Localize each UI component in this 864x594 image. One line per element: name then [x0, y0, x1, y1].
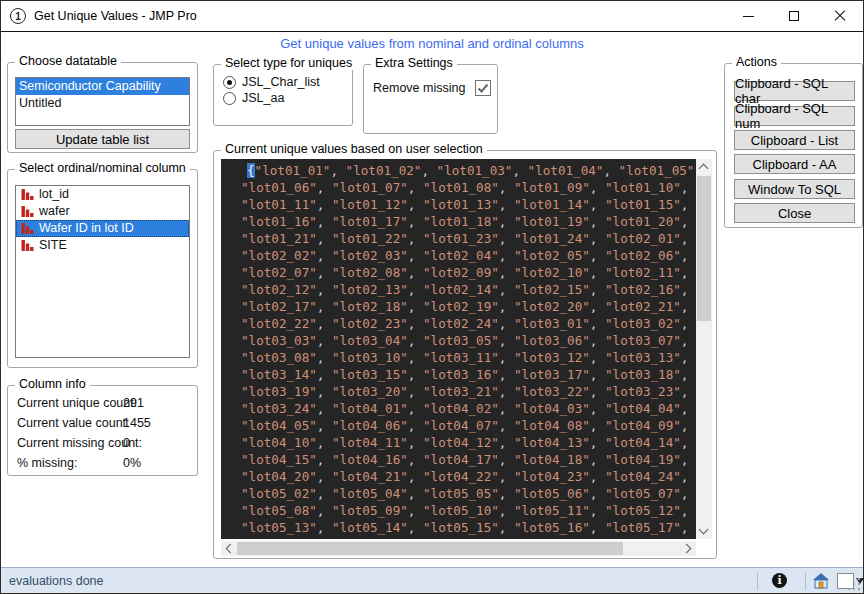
- update-table-list-button[interactable]: Update table list: [15, 129, 190, 149]
- vertical-scrollbar-thumb[interactable]: [697, 176, 711, 321]
- horizontal-scrollbar-thumb[interactable]: [237, 542, 623, 555]
- code-line: "lot01_21", "lot01_22", "lot01_23", "lot…: [241, 230, 696, 247]
- vertical-scrollbar[interactable]: [696, 159, 712, 539]
- close-icon: [834, 10, 846, 22]
- code-line: "lot01_11", "lot01_12", "lot01_13", "lot…: [241, 196, 696, 213]
- maximize-icon: [789, 11, 799, 21]
- resize-grip[interactable]: [847, 577, 861, 591]
- home-icon[interactable]: [812, 572, 830, 589]
- column-select-label: Select ordinal/nominal column: [15, 161, 190, 175]
- code-line: "lot02_07", "lot02_08", "lot02_09", "lot…: [241, 264, 696, 281]
- code-line: "lot05_18", "lot05_19", "lot05_20", "lot…: [241, 536, 696, 539]
- code-line: "lot03_08", "lot03_10", "lot03_11", "lot…: [241, 349, 696, 366]
- code-line: "lot02_02", "lot02_03", "lot02_04", "lot…: [241, 247, 696, 264]
- scroll-down-icon[interactable]: [699, 525, 709, 535]
- remove-missing-label: Remove missing: [373, 81, 465, 95]
- type-radio-list: JSL_Char_listJSL_aa: [214, 65, 352, 125]
- type-select-group: Select type for uniques JSL_Char_listJSL…: [213, 64, 353, 126]
- column-list-item[interactable]: Wafer ID in lot ID: [16, 220, 189, 237]
- code-line: "lot02_17", "lot02_18", "lot02_19", "lot…: [241, 298, 696, 315]
- nominal-column-icon: [21, 205, 34, 218]
- column-list-item[interactable]: SITE: [16, 237, 189, 254]
- checkmark-icon: [477, 83, 489, 94]
- code-line: "lot04_20", "lot04_21", "lot04_22", "lot…: [241, 468, 696, 485]
- scroll-up-icon[interactable]: [699, 164, 709, 174]
- column-list[interactable]: lot_idwaferWafer ID in lot IDSITE: [15, 185, 190, 358]
- minimize-button[interactable]: [725, 1, 771, 31]
- horizontal-scrollbar[interactable]: [221, 541, 696, 556]
- code-line: "lot04_15", "lot04_16", "lot04_17", "lot…: [241, 451, 696, 468]
- column-info-group: Column info Current unique count:291Curr…: [7, 385, 198, 476]
- actions-group: Actions Clipboard - SQL charClipboard - …: [724, 63, 863, 228]
- code-line: "lot03_03", "lot03_04", "lot03_05", "lot…: [241, 332, 696, 349]
- open-brace: {: [247, 163, 255, 178]
- action-button-clipboard-sql-num[interactable]: Clipboard - SQL num: [734, 106, 855, 126]
- column-info-rows: Current unique count:291Current value co…: [17, 396, 193, 471]
- extra-settings-label: Extra Settings: [371, 56, 457, 70]
- jmp-dialog-window: 1 Get Unique Values - JMP Pro Get unique…: [0, 0, 864, 594]
- extra-settings-group: Extra Settings Remove missing: [363, 64, 498, 134]
- radio-icon[interactable]: [223, 76, 236, 89]
- code-line: "lot05_13", "lot05_14", "lot05_15", "lot…: [241, 519, 696, 536]
- scroll-right-icon[interactable]: [682, 544, 692, 554]
- column-info-row: Current unique count:291: [17, 396, 137, 410]
- status-separator: [757, 572, 758, 590]
- column-info-row: Current missing count:0: [17, 436, 142, 450]
- unique-values-group: Current unique values based on user sele…: [213, 150, 717, 559]
- code-line: "lot01_16", "lot01_17", "lot01_18", "lot…: [241, 213, 696, 230]
- choose-datatable-group: Choose datatable Semiconductor Capabilit…: [7, 62, 198, 153]
- action-button-clipboard-list[interactable]: Clipboard - List: [734, 130, 855, 150]
- nominal-column-icon: [21, 222, 34, 235]
- datatable-list-item[interactable]: Semiconductor Capability: [16, 78, 189, 95]
- code-line: {"lot01_01", "lot01_02", "lot01_03", "lo…: [241, 162, 696, 179]
- code-line: "lot04_05", "lot04_06", "lot04_07", "lot…: [241, 417, 696, 434]
- column-list-item[interactable]: lot_id: [16, 186, 189, 203]
- window-title: Get Unique Values - JMP Pro: [34, 9, 197, 23]
- title-bar[interactable]: 1 Get Unique Values - JMP Pro: [1, 1, 863, 32]
- code-area[interactable]: {"lot01_01", "lot01_02", "lot01_03", "lo…: [221, 159, 696, 539]
- code-line: "lot02_12", "lot02_13", "lot02_14", "lot…: [241, 281, 696, 298]
- column-select-group: Select ordinal/nominal column lot_idwafe…: [7, 169, 198, 368]
- code-line: "lot05_08", "lot05_09", "lot05_10", "lot…: [241, 502, 696, 519]
- remove-missing-checkbox[interactable]: [475, 80, 491, 96]
- type-radio-option[interactable]: JSL_aa: [223, 91, 284, 105]
- nominal-column-icon: [21, 188, 34, 201]
- close-button[interactable]: [817, 1, 863, 31]
- code-line: "lot03_14", "lot03_15", "lot03_16", "lot…: [241, 366, 696, 383]
- action-button-close[interactable]: Close: [734, 203, 855, 223]
- action-button-clipboard-aa[interactable]: Clipboard - AA: [734, 154, 855, 174]
- dialog-subtitle: Get unique values from nominal and ordin…: [1, 33, 863, 54]
- info-button[interactable]: i: [772, 573, 787, 588]
- status-separator: [805, 572, 806, 590]
- datatable-list-item[interactable]: Untitled: [16, 95, 189, 112]
- status-message: evaluations done: [9, 574, 104, 588]
- code-line: "lot03_24", "lot04_01", "lot04_02", "lot…: [241, 400, 696, 417]
- maximize-button[interactable]: [771, 1, 817, 31]
- status-bar: evaluations done i: [1, 567, 863, 593]
- code-line: "lot02_22", "lot02_23", "lot02_24", "lot…: [241, 315, 696, 332]
- choose-datatable-label: Choose datatable: [15, 54, 121, 68]
- column-info-row: Current value count:1455: [17, 416, 130, 430]
- jmp-window-number-icon: 1: [10, 8, 26, 24]
- nominal-column-icon: [21, 239, 34, 252]
- code-line: "lot03_19", "lot03_20", "lot03_21", "lot…: [241, 383, 696, 400]
- code-line: "lot05_02", "lot05_04", "lot05_05", "lot…: [241, 485, 696, 502]
- column-info-row: % missing:0%: [17, 456, 77, 470]
- actions-buttons: Clipboard - SQL charClipboard - SQL numC…: [725, 64, 862, 227]
- code-line: "lot01_06", "lot01_07", "lot01_08", "lot…: [241, 179, 696, 196]
- minimize-icon: [743, 16, 754, 17]
- type-radio-option[interactable]: JSL_Char_list: [223, 75, 320, 89]
- column-info-label: Column info: [15, 377, 90, 391]
- action-button-clipboard-sql-char[interactable]: Clipboard - SQL char: [734, 81, 855, 101]
- radio-icon[interactable]: [223, 92, 236, 105]
- code-line: "lot04_10", "lot04_11", "lot04_12", "lot…: [241, 434, 696, 451]
- column-list-item[interactable]: wafer: [16, 203, 189, 220]
- action-button-window-to-sql[interactable]: Window To SQL: [734, 179, 855, 199]
- scroll-left-icon[interactable]: [226, 544, 236, 554]
- datatable-list[interactable]: Semiconductor CapabilityUntitled: [15, 77, 190, 126]
- unique-values-label: Current unique values based on user sele…: [221, 142, 487, 156]
